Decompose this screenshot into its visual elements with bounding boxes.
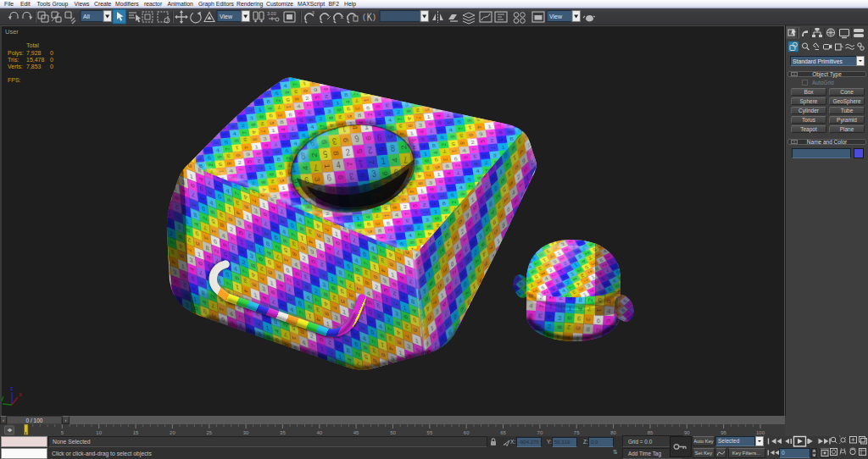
svg-text:35: 35 <box>280 430 286 435</box>
svg-text:30: 30 <box>243 430 249 435</box>
svg-text:45: 45 <box>353 430 359 435</box>
svg-text:View: View <box>549 14 563 19</box>
svg-text:60: 60 <box>464 430 470 435</box>
svg-text:15: 15 <box>133 430 139 435</box>
svg-text:3.00: 3.00 <box>267 11 276 16</box>
svg-text:): ) <box>373 13 376 21</box>
svg-text:25: 25 <box>206 430 212 435</box>
svg-text:x: x <box>19 391 22 397</box>
svg-text:70: 70 <box>537 430 543 435</box>
svg-text:All: All <box>83 14 90 19</box>
svg-text:100: 100 <box>756 430 765 435</box>
svg-text:20: 20 <box>170 430 175 435</box>
svg-text:3: 3 <box>312 10 314 15</box>
svg-text:95: 95 <box>721 430 726 435</box>
svg-text:(: ( <box>363 13 365 21</box>
svg-text:90: 90 <box>684 430 690 435</box>
svg-text:80: 80 <box>610 430 616 435</box>
svg-text:55: 55 <box>427 430 433 435</box>
svg-text:View: View <box>220 14 233 19</box>
svg-text:65: 65 <box>500 430 506 435</box>
svg-text:85: 85 <box>648 430 654 435</box>
svg-text:10: 10 <box>96 430 102 435</box>
svg-text:75: 75 <box>574 430 580 435</box>
svg-text:y: y <box>2 395 4 401</box>
svg-text:z: z <box>10 385 14 391</box>
svg-text:50: 50 <box>390 430 396 435</box>
svg-text:40: 40 <box>316 430 322 435</box>
